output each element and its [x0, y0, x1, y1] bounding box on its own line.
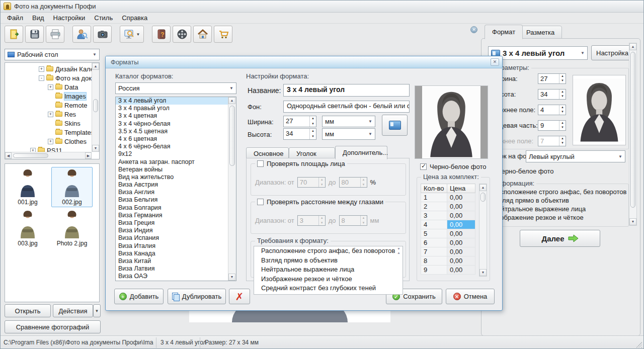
- tab-format[interactable]: Формат: [485, 25, 523, 39]
- scroll-down-icon[interactable]: ▼: [228, 274, 235, 281]
- video-button[interactable]: [173, 26, 191, 43]
- photo-thumbnail[interactable]: 003.jpg: [7, 208, 48, 248]
- swap-size-button[interactable]: [382, 115, 408, 136]
- shop-button[interactable]: [214, 26, 232, 43]
- background-input[interactable]: Однородный светлый фон - белый или св: [283, 101, 410, 113]
- format-list-item[interactable]: Виза Канада: [116, 250, 228, 257]
- req-scroll[interactable]: ▲ ▼: [395, 246, 403, 256]
- spinner-arrows-icon[interactable]: ▲▼: [309, 116, 316, 127]
- tree-item[interactable]: Remote: [5, 101, 99, 110]
- format-list-item[interactable]: Виза Греция: [116, 219, 228, 227]
- format-list-item[interactable]: Виза Англия: [116, 189, 228, 196]
- cancel-button[interactable]: ✕ Отмена: [446, 289, 495, 304]
- format-settings-button[interactable]: Настройка: [591, 45, 633, 60]
- delete-format-button[interactable]: ✗: [229, 289, 250, 304]
- face-to-spinner[interactable]: 80▲▼: [339, 177, 367, 188]
- price-col-qty[interactable]: Кол-во: [421, 184, 447, 193]
- scroll-down-icon[interactable]: ▼: [629, 218, 636, 225]
- price-row[interactable]: 8 0,00: [421, 256, 475, 266]
- actions-dropdown-button[interactable]: ▼: [93, 304, 101, 317]
- price-row[interactable]: 2 0,00: [421, 202, 475, 211]
- spinner-arrows-icon[interactable]: ▲▼: [559, 90, 566, 99]
- eye-distance-checkbox[interactable]: Проверять расстояние между глазами: [255, 198, 385, 206]
- format-list-item[interactable]: Виза Германия: [116, 212, 228, 219]
- help-button[interactable]: ?: [152, 26, 171, 43]
- eyes-from-spinner[interactable]: 3▲▼: [297, 215, 326, 226]
- scroll-up-icon[interactable]: ▲: [479, 184, 487, 191]
- spinner-arrows-icon[interactable]: ▲▼: [559, 121, 566, 130]
- tree-expander-icon[interactable]: [48, 139, 53, 144]
- menu-item[interactable]: Вид: [28, 13, 49, 23]
- parameter-spinner[interactable]: 4 ▲▼: [538, 105, 566, 115]
- duplicate-format-button[interactable]: Дублировать: [168, 289, 226, 304]
- width-spinner[interactable]: 27 ▲▼: [283, 116, 316, 127]
- face-area-checkbox[interactable]: Проверять площадь лица: [255, 160, 347, 167]
- add-format-button[interactable]: + Добавить: [114, 289, 164, 304]
- tab-layout[interactable]: Разметка: [519, 26, 562, 39]
- camera-button[interactable]: [93, 26, 112, 43]
- compare-photos-button[interactable]: Сравнение фотографий: [5, 320, 101, 333]
- exit-button[interactable]: [5, 26, 23, 43]
- height-unit-combobox[interactable]: мм▼: [322, 128, 375, 140]
- scroll-down-icon[interactable]: ▼: [397, 246, 400, 254]
- parameter-spinner[interactable]: 9 ▲▼: [538, 120, 566, 131]
- price-col-price[interactable]: Цена: [447, 184, 475, 193]
- dialog-bw-checkbox[interactable]: Черно-белое фото: [420, 163, 486, 170]
- menu-item[interactable]: Стиль: [90, 13, 117, 23]
- format-combobox[interactable]: 3 х 4 левый угол ▼: [488, 46, 588, 60]
- photo-thumbnail[interactable]: 001.jpg: [7, 167, 48, 207]
- format-list-item[interactable]: 3 х 4 левый угол: [116, 97, 228, 105]
- tree-item[interactable]: Skins: [5, 119, 99, 128]
- location-combobox[interactable]: Рабочий стол ▼: [5, 49, 100, 60]
- format-list-item[interactable]: 3 х 4 цветная: [116, 112, 228, 120]
- menu-item[interactable]: Настройки: [49, 13, 90, 23]
- format-list-item[interactable]: Ветеран войны: [116, 166, 228, 173]
- close-icon[interactable]: ✕: [491, 58, 499, 66]
- format-list-item[interactable]: 3 х 4 чёрно-белая: [116, 120, 228, 128]
- scroll-up-icon[interactable]: ▲: [228, 97, 235, 104]
- price-row[interactable]: 9 0,00: [421, 266, 475, 275]
- price-vscrollbar[interactable]: ▲ ▼: [479, 184, 487, 277]
- tree-item[interactable]: Templates: [5, 128, 99, 137]
- country-combobox[interactable]: Россия ▼: [115, 82, 236, 94]
- load-photo-button[interactable]: [72, 26, 91, 43]
- face-from-spinner[interactable]: 70▲▼: [297, 177, 326, 188]
- tree-hscrollbar[interactable]: ◀ ▶: [5, 152, 92, 159]
- format-list-item[interactable]: 4 х 6 цветная: [116, 135, 228, 143]
- format-list-item[interactable]: Виза Латвия: [116, 265, 228, 273]
- scroll-up-icon[interactable]: ▲: [629, 43, 636, 50]
- price-row[interactable]: 5 0,00: [421, 229, 475, 238]
- photo-thumbnail[interactable]: Photo 2.jpg: [51, 208, 93, 248]
- tree-item[interactable]: Фото на доку: [5, 73, 99, 82]
- open-button[interactable]: Открыть: [5, 304, 51, 317]
- scroll-left-icon[interactable]: ◀: [5, 152, 12, 159]
- preview-button[interactable]: ▼: [120, 26, 144, 43]
- price-table[interactable]: Кол-во Цена 1 0,00 2 0,00: [421, 184, 475, 275]
- tree-item[interactable]: Дизайн Кале: [5, 64, 99, 73]
- spinner-arrows-icon[interactable]: ▲▼: [559, 74, 566, 83]
- requirements-textarea[interactable]: Расположение строго анфас, без поворотов…: [254, 246, 403, 295]
- tree-expander-icon[interactable]: [39, 66, 44, 72]
- tree-expander-icon[interactable]: [48, 84, 53, 90]
- save-button[interactable]: [25, 26, 44, 43]
- formats-list[interactable]: 3 х 4 левый угол3 х 4 правый угол3 х 4 ц…: [115, 97, 236, 281]
- tree-item[interactable]: Images: [5, 92, 99, 101]
- width-unit-combobox[interactable]: мм▼: [322, 116, 375, 127]
- parameter-spinner[interactable]: 34 ▲▼: [538, 89, 566, 100]
- format-list-item[interactable]: Виза Австрия: [116, 181, 228, 189]
- price-row[interactable]: 1 0,00: [421, 193, 475, 202]
- dialog-tab[interactable]: Дополнитель...: [335, 146, 387, 159]
- tree-item[interactable]: Clothes: [5, 137, 99, 146]
- preview-dropdown-icon[interactable]: ▼: [136, 32, 140, 37]
- tree-expander-icon[interactable]: [39, 75, 44, 81]
- format-list-item[interactable]: Виза Индия: [116, 227, 228, 234]
- price-row[interactable]: 3 0,00: [421, 211, 475, 220]
- scroll-up-icon[interactable]: ▲: [92, 63, 99, 70]
- menu-item[interactable]: Справка: [117, 13, 152, 23]
- format-list-item[interactable]: 9х12: [116, 150, 228, 158]
- format-list-item[interactable]: Виза Болгария: [116, 204, 228, 212]
- list-vscrollbar[interactable]: ▲ ▼: [228, 97, 236, 281]
- price-row[interactable]: 7 0,00: [421, 247, 475, 256]
- format-list-item[interactable]: Виза Бельгия: [116, 196, 228, 204]
- menu-item[interactable]: Файл: [3, 13, 28, 23]
